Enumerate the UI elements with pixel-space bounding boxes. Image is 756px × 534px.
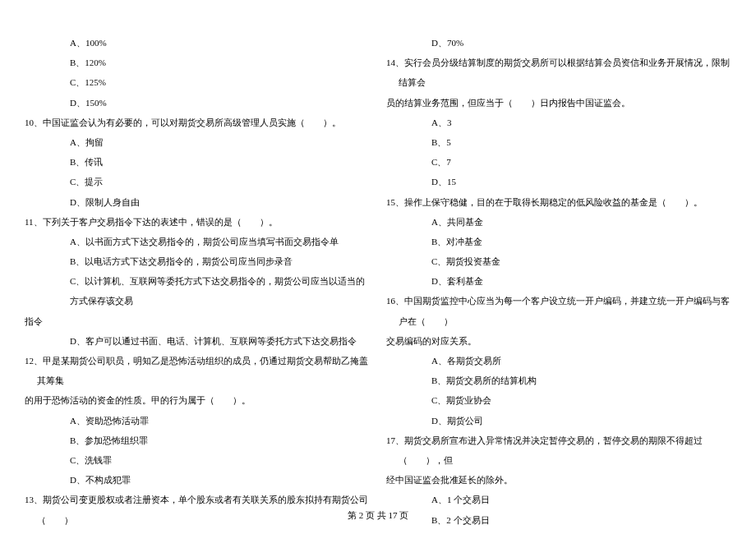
q9-option-b: B、120%	[25, 53, 370, 72]
q16-continue: 交易编码的对应关系。	[386, 331, 731, 351]
q15-option-a: A、共同基金	[386, 212, 731, 232]
q17-text: 17、期货交易所宣布进入异常情况并决定暂停交易的，暂停交易的期限不得超过（ ），…	[386, 430, 731, 470]
q10-option-b: B、传讯	[25, 152, 370, 172]
page-footer: 第 2 页 共 17 页	[0, 509, 756, 522]
q13-continue: 股权的，中国证监会根据审慎监管原则进行审查，作出批准或者不批准的决定。	[25, 530, 370, 534]
q15-option-b: B、对冲基金	[386, 232, 731, 251]
q10-option-c: C、提示	[25, 172, 370, 191]
q11-option-a: A、以书面方式下达交易指令的，期货公司应当填写书面交易指令单	[25, 232, 370, 251]
q15-text: 15、操作上保守稳健，目的在于取得长期稳定的低风险收益的基金是（ ）。	[386, 192, 731, 212]
q12-option-b: B、参加恐怖组织罪	[25, 430, 370, 450]
q17-option-c: C、3 个交易日	[386, 530, 731, 534]
q11-continue: 指令	[25, 311, 370, 331]
q12-continue: 的用于恐怖活动的资金的性质。甲的行为属于（ ）。	[25, 390, 370, 410]
q11-text: 11、下列关于客户交易指令下达的表述中，错误的是（ ）。	[25, 212, 370, 232]
q11-option-d: D、客户可以通过书面、电话、计算机、互联网等委托方式下达交易指令	[25, 331, 370, 351]
q12-option-c: C、洗钱罪	[25, 450, 370, 470]
q12-option-a: A、资助恐怖活动罪	[25, 411, 370, 430]
q16-option-c: C、期货业协会	[386, 390, 731, 410]
q14-option-c: C、7	[386, 152, 731, 172]
q9-option-a: A、100%	[25, 33, 370, 53]
q16-text: 16、中国期货监控中心应当为每一个客户设立统一开户编码，并建立统一开户编码与客户…	[386, 291, 731, 330]
q17-option-a: A、1 个交易日	[386, 490, 731, 509]
q10-option-d: D、限制人身自由	[25, 192, 370, 212]
q9-option-d: D、150%	[25, 93, 370, 113]
q11-option-c: C、以计算机、互联网等委托方式下达交易指令的，期货公司应当以适当的方式保存该交易	[25, 271, 370, 311]
q16-option-d: D、期货公司	[386, 411, 731, 430]
q14-option-d: D、15	[386, 172, 731, 191]
q14-option-b: B、5	[386, 132, 731, 152]
q13-option-d: D、70%	[386, 33, 731, 53]
q12-text: 12、甲是某期货公司职员，明知乙是恐怖活动组织的成员，仍通过期货交易帮助乙掩盖其…	[25, 351, 370, 390]
left-column: A、100% B、120% C、125% D、150% 10、中国证监会认为有必…	[25, 33, 370, 534]
right-column: D、70% 14、实行会员分级结算制度的期货交易所可以根据结算会员资信和业务开展…	[386, 33, 731, 534]
q10-text: 10、中国证监会认为有必要的，可以对期货交易所高级管理人员实施（ ）。	[25, 113, 370, 132]
q9-option-c: C、125%	[25, 72, 370, 92]
q15-option-d: D、套利基金	[386, 271, 731, 291]
q16-option-b: B、期货交易所的结算机构	[386, 371, 731, 390]
q15-option-c: C、期货投资基金	[386, 251, 731, 271]
q17-continue: 经中国证监会批准延长的除外。	[386, 470, 731, 490]
q10-option-a: A、拘留	[25, 132, 370, 152]
q14-option-a: A、3	[386, 113, 731, 132]
q14-continue: 员的结算业务范围，但应当于（ ）日内报告中国证监会。	[386, 93, 731, 113]
q11-option-b: B、以电话方式下达交易指令的，期货公司应当同步录音	[25, 251, 370, 271]
q16-option-a: A、各期货交易所	[386, 351, 731, 371]
q14-text: 14、实行会员分级结算制度的期货交易所可以根据结算会员资信和业务开展情况，限制结…	[386, 53, 731, 92]
q12-option-d: D、不构成犯罪	[25, 470, 370, 490]
